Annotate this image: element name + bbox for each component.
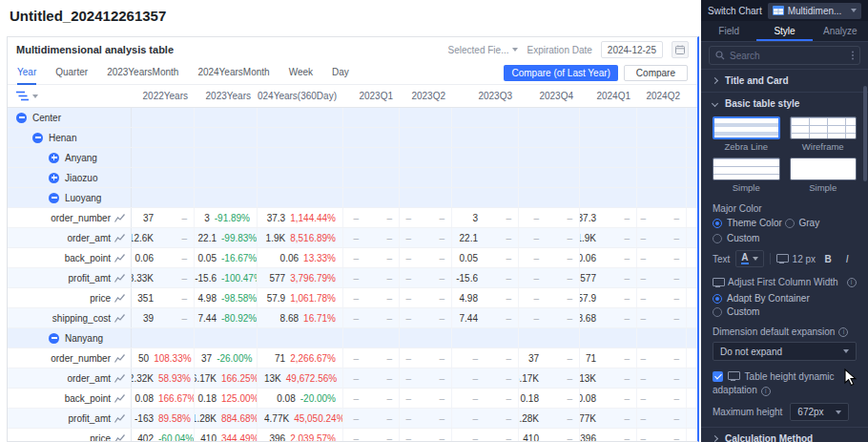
selected-fields-dropdown[interactable]: Selected Fie... <box>448 45 519 55</box>
panel-tab-style[interactable]: Style <box>756 21 812 41</box>
data-cell: –– <box>343 348 400 368</box>
collapse-icon[interactable] <box>49 333 59 344</box>
expand-icon[interactable] <box>49 173 59 183</box>
radio-major-color-gray[interactable]: Gray <box>785 218 858 228</box>
line-chart-icon[interactable] <box>114 254 125 263</box>
collapse-icon[interactable] <box>16 113 27 123</box>
dimension-label[interactable]: Anyang <box>65 153 97 163</box>
data-cell <box>195 148 258 167</box>
cell-value: – <box>350 353 359 364</box>
divider <box>770 253 771 264</box>
cell-growth-rate: – <box>363 273 392 284</box>
table-style-option[interactable]: Simple <box>790 158 858 193</box>
line-chart-icon[interactable] <box>114 434 125 442</box>
data-cell: 1.28K884.68% <box>195 409 258 428</box>
cell-value: 1.28K <box>519 413 539 424</box>
data-cell <box>580 328 637 347</box>
cell-growth-rate: – <box>601 433 630 442</box>
search-box[interactable]: Search <box>709 46 860 65</box>
line-chart-icon[interactable] <box>114 314 125 323</box>
radio-first-column-custom[interactable]: Custom <box>713 306 857 317</box>
radio-label: Custom <box>727 306 759 317</box>
chevron-right-icon <box>712 435 718 442</box>
cell-value: – <box>405 293 411 304</box>
row-dimension-header[interactable] <box>8 85 132 107</box>
cell-value: 396 <box>264 433 285 442</box>
dimension-label[interactable]: Luoyang <box>65 193 101 203</box>
line-chart-icon[interactable] <box>114 394 125 403</box>
line-chart-icon[interactable] <box>114 414 125 423</box>
dimension-label[interactable]: Jiaozuo <box>65 173 97 183</box>
cell-value: – <box>693 373 699 384</box>
italic-button[interactable]: I <box>840 254 854 264</box>
collapse-icon[interactable] <box>49 193 59 203</box>
table-style-option[interactable]: Wireframe <box>790 116 858 152</box>
cell-value: 22.1 <box>198 233 217 243</box>
cell-value: 12.6K <box>132 233 154 243</box>
cell-value: – <box>405 233 411 243</box>
table-style-option[interactable]: Zebra Line <box>713 116 780 152</box>
table-row: Nanyang <box>8 328 699 348</box>
zebra-style-thumbnail[interactable] <box>713 116 780 139</box>
cell-value: – <box>693 293 699 304</box>
line-chart-icon[interactable] <box>114 234 125 242</box>
cell-value: – <box>640 353 646 364</box>
line-chart-icon[interactable] <box>114 374 125 383</box>
section-basic-table-style[interactable]: Basic table style <box>701 92 868 115</box>
table-style-option[interactable]: Simple <box>713 158 780 193</box>
collapse-icon[interactable] <box>32 133 43 143</box>
expiration-date-input[interactable]: 2024-12-25 <box>601 41 663 58</box>
panel-tab-analyze[interactable]: Analyze <box>813 21 868 41</box>
wireframe-style-thumbnail[interactable] <box>790 116 858 139</box>
cell-value: 6.17K <box>195 373 217 384</box>
view-tab-2024YearsMonth[interactable]: 2024YearsMonth <box>197 62 269 85</box>
bold-button[interactable]: B <box>821 254 835 264</box>
panel-tab-field[interactable]: Field <box>701 21 756 41</box>
analysis-table-widget[interactable]: Multidimensional analysis table Selected… <box>7 36 699 442</box>
dimension-expansion-select[interactable]: Do not expand <box>713 342 857 361</box>
line-chart-icon[interactable] <box>114 274 125 283</box>
dimension-label[interactable]: Henan <box>49 133 76 143</box>
info-icon <box>838 327 848 337</box>
checkbox-checked-icon[interactable] <box>713 371 723 382</box>
view-tab-Quarter[interactable]: Quarter <box>55 62 88 85</box>
data-cell: 37– <box>132 208 195 227</box>
radio-first-column-adapt-by-container[interactable]: Adapt By Container <box>713 293 857 304</box>
view-tab-Week[interactable]: Week <box>289 62 313 85</box>
data-cell <box>258 188 343 207</box>
cell-value: – <box>693 273 699 284</box>
radio-major-color-custom[interactable]: Custom <box>713 233 785 243</box>
dimension-label[interactable]: Center <box>32 113 61 123</box>
expand-icon[interactable] <box>49 153 59 163</box>
maximum-height-select[interactable]: 672px <box>790 403 849 421</box>
section-calculation-method[interactable]: Calculation Method <box>701 427 868 442</box>
font-size-dropdown[interactable]: 12 px <box>793 254 816 264</box>
view-tab-Year[interactable]: Year <box>17 62 36 85</box>
metric-label: back_point <box>65 253 111 263</box>
chart-type-selector[interactable]: Multidimen... <box>768 3 861 19</box>
compare-button[interactable]: Compare <box>624 65 688 81</box>
data-cell <box>580 148 637 167</box>
simple1-style-thumbnail[interactable] <box>713 158 780 180</box>
column-header: 2023Years <box>195 85 258 107</box>
compare-last-year-button[interactable]: Compare (of Last Year) <box>504 65 617 81</box>
data-cell <box>343 108 400 127</box>
dimension-label[interactable]: Nanyang <box>65 333 103 344</box>
page-title: Untitled_202412261357 <box>10 8 166 24</box>
cell-growth-rate: – <box>651 353 679 364</box>
font-color-picker[interactable]: A <box>735 250 763 267</box>
line-chart-icon[interactable] <box>114 214 125 222</box>
line-chart-icon[interactable] <box>114 354 125 363</box>
more-options-icon[interactable] <box>852 54 854 56</box>
data-cell <box>343 328 400 347</box>
view-tab-2023YearsMonth[interactable]: 2023YearsMonth <box>107 62 178 85</box>
calendar-icon[interactable] <box>672 41 689 58</box>
view-tab-Day[interactable]: Day <box>332 62 349 85</box>
section-title-and-card[interactable]: Title and Card <box>701 69 868 92</box>
simple2-style-thumbnail[interactable] <box>790 158 858 180</box>
line-chart-icon[interactable] <box>114 294 125 303</box>
radio-major-color-theme-color[interactable]: Theme Color <box>713 218 785 228</box>
panel-scrollbar[interactable] <box>863 86 867 181</box>
cell-value: 37.3 <box>264 213 285 223</box>
cell-growth-rate: – <box>651 253 679 263</box>
